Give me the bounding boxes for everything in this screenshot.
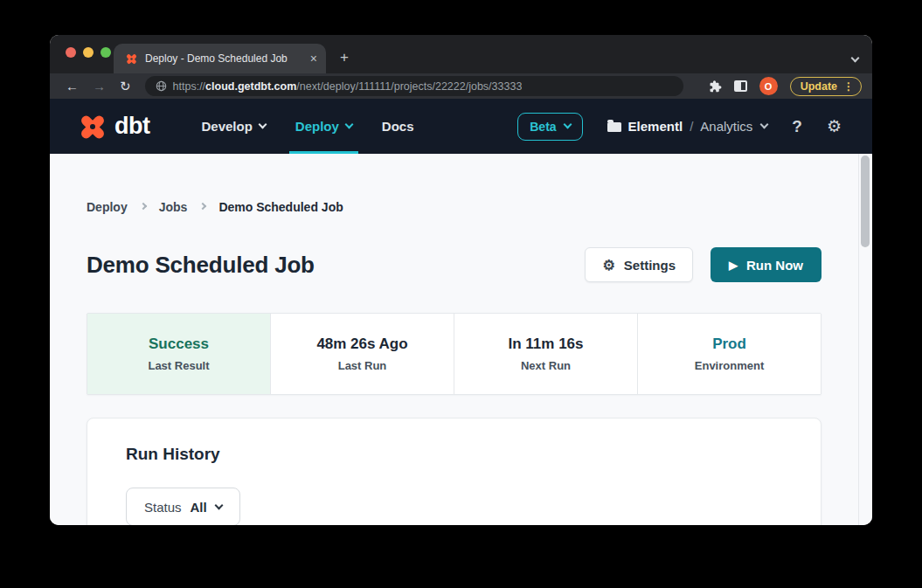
forward-icon[interactable]: → [93, 80, 106, 93]
navbar-right: Beta Elementl / Analytics ? ⚙ [517, 113, 842, 141]
reload-icon[interactable]: ↻ [120, 80, 131, 93]
breadcrumb-jobs[interactable]: Jobs [159, 200, 188, 214]
new-tab-button[interactable]: + [340, 49, 349, 66]
run-history-card: Run History Status All [87, 418, 821, 525]
stat-last-run: 48m 26s Ago Last Run [271, 314, 454, 394]
toolbar-right: O Update ⋮ [708, 77, 862, 96]
run-history-title: Run History [126, 445, 821, 464]
url-path: /next/deploy/111111/projects/22222/jobs/… [296, 80, 522, 93]
gear-icon: ⚙ [602, 257, 614, 273]
nav-item-develop[interactable]: Develop [186, 99, 280, 154]
stat-label: Next Run [521, 359, 571, 372]
browser-update-button[interactable]: Update ⋮ [790, 77, 862, 96]
status-filter-label: Status [144, 500, 182, 515]
folder-icon [607, 122, 621, 132]
status-filter-dropdown[interactable]: Status All [126, 488, 240, 525]
chevron-down-icon [563, 121, 572, 129]
chevron-down-icon [760, 121, 769, 129]
account-project-selector[interactable]: Elementl / Analytics [607, 119, 768, 134]
scrollbar-track [858, 154, 859, 525]
browser-tab[interactable]: Deploy - Demo Scheduled Job × [114, 44, 326, 73]
job-stats-row: Success Last Result 48m 26s Ago Last Run… [87, 313, 821, 395]
stat-label: Last Run [338, 359, 387, 372]
nav-item-deploy[interactable]: Deploy [281, 99, 367, 154]
zoom-window-button[interactable] [101, 47, 111, 58]
back-icon[interactable]: ← [66, 80, 79, 93]
account-name: Elementl [628, 119, 683, 134]
chevron-right-icon [139, 203, 146, 210]
beta-label: Beta [530, 120, 556, 134]
title-row: Demo Scheduled Job ⚙ Settings ▶ Run Now [87, 247, 821, 282]
stat-last-result: Success Last Result [87, 314, 270, 394]
url-scheme: https:// [173, 80, 206, 93]
page-title: Demo Scheduled Job [87, 252, 315, 279]
stat-value: In 11m 16s [508, 336, 583, 353]
stat-value: Success [149, 336, 209, 353]
dbt-logo-icon [77, 111, 108, 142]
stat-environment: Prod Environment [638, 314, 821, 394]
title-actions: ⚙ Settings ▶ Run Now [585, 247, 821, 282]
dbt-favicon [125, 52, 138, 66]
run-now-label: Run Now [746, 258, 803, 273]
side-panel-icon[interactable] [734, 80, 747, 92]
scrollbar-thumb[interactable] [861, 156, 870, 247]
close-window-button[interactable] [66, 47, 76, 58]
url-text: https://cloud.getdbt.com/next/deploy/111… [173, 80, 523, 93]
stat-label: Environment [695, 359, 764, 372]
settings-button[interactable]: ⚙ Settings [585, 247, 693, 282]
play-icon: ▶ [729, 259, 738, 272]
chevron-down-icon [344, 121, 353, 129]
update-label: Update [801, 80, 837, 93]
page-content: Deploy Jobs Demo Scheduled Job Demo Sche… [50, 154, 872, 525]
dbt-logo[interactable]: dbt [77, 111, 149, 142]
dbt-navbar: dbt Develop Deploy Docs Beta Elementl [50, 99, 872, 154]
chevron-down-icon [214, 502, 223, 510]
url-host: cloud.getdbt.com [205, 80, 296, 93]
extensions-puzzle-icon[interactable] [708, 80, 722, 93]
tab-title: Deploy - Demo Scheduled Job [145, 52, 303, 65]
breadcrumb: Deploy Jobs Demo Scheduled Job [87, 200, 821, 214]
address-bar[interactable]: https://cloud.getdbt.com/next/deploy/111… [145, 76, 683, 96]
nav-item-label: Docs [382, 119, 414, 134]
settings-label: Settings [624, 258, 676, 273]
status-filter-value: All [191, 500, 207, 515]
run-now-button[interactable]: ▶ Run Now [711, 247, 821, 282]
breadcrumb-deploy[interactable]: Deploy [87, 200, 128, 214]
browser-window: Deploy - Demo Scheduled Job × + ← → ↻ ht… [50, 35, 872, 525]
project-name: Analytics [700, 119, 752, 134]
chevron-right-icon [199, 203, 206, 210]
globe-icon [156, 80, 167, 92]
main-nav: Develop Deploy Docs [186, 99, 428, 154]
breadcrumb-current: Demo Scheduled Job [218, 200, 343, 214]
tab-close-icon[interactable]: × [310, 52, 317, 65]
profile-avatar[interactable]: O [759, 77, 778, 95]
browser-tab-strip: Deploy - Demo Scheduled Job × + [50, 35, 872, 73]
nav-item-label: Develop [201, 119, 252, 134]
tab-search-chevron-icon[interactable] [852, 49, 858, 65]
minimize-window-button[interactable] [83, 47, 94, 58]
stat-value: 48m 26s Ago [316, 336, 407, 353]
browser-menu-dots-icon[interactable]: ⋮ [843, 80, 854, 93]
nav-item-label: Deploy [295, 119, 339, 134]
help-icon[interactable]: ? [792, 117, 802, 136]
stat-value: Prod [712, 336, 746, 353]
stat-label: Last Result [148, 359, 209, 372]
stat-next-run: In 11m 16s Next Run [454, 314, 637, 394]
account-separator: / [690, 119, 693, 134]
dbt-wordmark: dbt [114, 113, 149, 140]
nav-item-docs[interactable]: Docs [367, 99, 429, 154]
chevron-down-icon [258, 121, 267, 129]
browser-toolbar: ← → ↻ https://cloud.getdbt.com/next/depl… [50, 73, 872, 99]
window-controls [66, 47, 111, 58]
beta-dropdown[interactable]: Beta [517, 113, 582, 141]
gear-icon[interactable]: ⚙ [827, 116, 842, 136]
